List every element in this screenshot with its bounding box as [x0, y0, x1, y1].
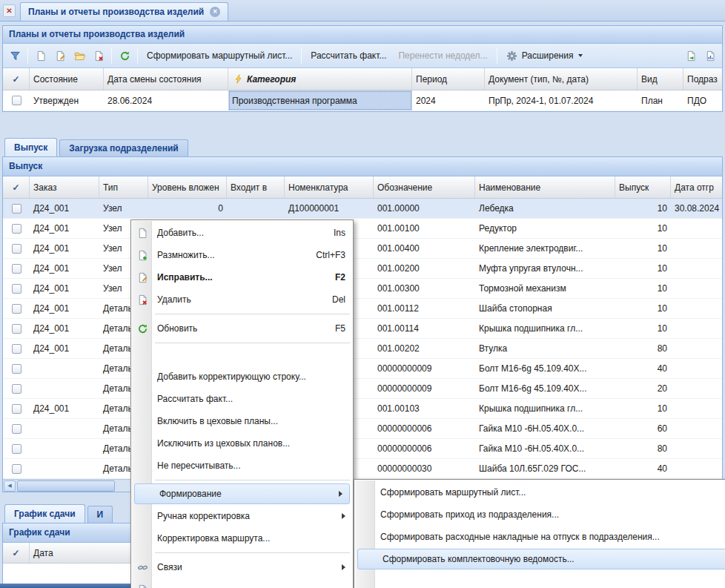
row-checkbox[interactable] [12, 204, 21, 214]
row-checkbox[interactable] [12, 364, 21, 374]
tab-second-bottom[interactable]: И [87, 506, 113, 523]
row-checkbox[interactable] [12, 304, 21, 314]
column-header[interactable]: Уровень вложен [148, 176, 227, 198]
filter-button[interactable] [6, 47, 24, 65]
column-header[interactable]: Дата [30, 543, 133, 563]
table-row[interactable]: Деталь00000000009Болт М16-6g 45.109.40Х.… [3, 359, 722, 379]
select-all-header[interactable]: ✓ [3, 68, 30, 90]
add-menu-item[interactable]: Добавить...Ins [132, 222, 352, 244]
include-shop-plans-menu-item[interactable]: Включить в цеховые планы... [132, 410, 352, 432]
formation-menu-item[interactable]: Формирование [134, 483, 350, 504]
calculate-fact-button[interactable]: Рассчитать факт... [305, 47, 391, 65]
refresh-menu-item[interactable]: ОбновитьF5 [132, 317, 352, 340]
row-checkbox[interactable] [12, 344, 21, 354]
delete-menu-item[interactable]: УдалитьDel [132, 288, 352, 311]
table-row[interactable]: Деталь00000000006Гайка М10 -6Н.05.40Х.0.… [3, 419, 722, 439]
extensions-button[interactable]: Расширения [501, 47, 589, 65]
table-row[interactable]: Д24_001Узел001.00400Крепление электродви… [3, 239, 722, 259]
table-row[interactable]: Деталь00000000009Болт М16-6g 45.109.40Х.… [3, 379, 722, 399]
column-header[interactable]: Подраз [683, 68, 723, 90]
row-checkbox[interactable] [12, 284, 21, 294]
partial-menu-item[interactable] [132, 578, 352, 588]
row-checkbox[interactable] [12, 424, 21, 434]
table-row[interactable]: Д24_001Деталь001.00103Крышка подшипника … [3, 399, 722, 419]
table-row[interactable]: Д24_001Узел001.00200Муфта упругая втулоч… [3, 259, 722, 279]
column-header[interactable]: Категория [228, 68, 412, 90]
route-correction-menu-item[interactable]: Корректировка маршрута... [132, 527, 352, 549]
column-header[interactable]: Тип [99, 176, 148, 198]
add-button[interactable] [32, 47, 50, 65]
links-menu-item[interactable]: Связи [132, 556, 352, 578]
column-header[interactable]: Документ (тип, №, дата) [485, 68, 638, 90]
manual-correction-menu-item[interactable]: Ручная корректировка [132, 505, 352, 527]
scroll-left-icon[interactable]: ◀ [4, 480, 16, 492]
export-button[interactable] [682, 47, 700, 65]
refresh-button[interactable] [116, 47, 133, 65]
column-header[interactable]: Номенклатура [285, 176, 374, 198]
row-checkbox[interactable] [12, 444, 21, 454]
grid-cell [671, 279, 723, 298]
exclude-shop-plans-menu-item[interactable]: Исключить из цеховых планов... [132, 432, 352, 455]
select-all-header[interactable]: ✓ [3, 543, 30, 563]
grid-cell: 10 [615, 299, 671, 318]
row-checkbox[interactable] [12, 464, 21, 474]
tab-output[interactable]: Выпуск [4, 138, 57, 156]
table-row[interactable]: Д24_001Узел0Д100000001001.00000Лебедка10… [3, 199, 722, 219]
row-checkbox[interactable] [12, 96, 21, 105]
tab-close-icon[interactable]: ✕ [210, 7, 220, 17]
toolbar-separator [301, 48, 302, 64]
add-correction-row-menu-item[interactable]: Добавить корректирующую строку... [132, 366, 352, 388]
scrollbar-thumb[interactable] [17, 480, 115, 492]
report-button[interactable] [701, 47, 719, 65]
table-row[interactable]: Д24_001Узел001.00300Тормозной механизм10 [3, 279, 722, 299]
no-recalculate-menu-item[interactable]: Не пересчитывать... [132, 455, 352, 477]
edit-button[interactable] [51, 47, 69, 65]
table-row[interactable]: Д24_001Узел001.00100Редуктор10 [3, 219, 722, 239]
row-checkbox[interactable] [12, 404, 21, 414]
generate-picking-list-item[interactable]: Сформировать комплектовочную ведомость..… [357, 549, 725, 569]
tab-delivery-schedule[interactable]: График сдачи [4, 504, 85, 523]
toolbar-separator [27, 48, 28, 64]
calculate-fact-menu-item[interactable]: Рассчитать факт... [132, 388, 352, 410]
column-header[interactable]: Состояние [30, 68, 104, 90]
generate-route-list-button[interactable]: Сформировать маршрутный лист... [142, 47, 297, 65]
table-row[interactable]: Деталь00000000006Гайка М10 -6Н.05.40Х.0.… [3, 439, 722, 459]
generate-receipt-item[interactable]: Сформировать приход из подразделения... [355, 503, 725, 526]
column-header[interactable]: Период [412, 68, 485, 90]
grid-cell: Производственная программа [228, 90, 412, 110]
column-header[interactable]: Обозначение [374, 176, 475, 198]
generate-route-list-item[interactable]: Сформировать маршрутный лист... [355, 481, 725, 503]
row-checkbox[interactable] [12, 224, 21, 234]
column-header[interactable]: Выпуск [615, 176, 671, 198]
open-folder-button[interactable] [70, 47, 88, 65]
row-checkbox[interactable] [12, 324, 21, 334]
select-all-header[interactable]: ✓ [3, 176, 30, 198]
column-header[interactable]: Заказ [30, 176, 99, 198]
row-checkbox[interactable] [12, 244, 21, 254]
table-row[interactable]: Д24_001Деталь001.00112Шайба стопорная10 [3, 299, 722, 319]
table-row[interactable]: Деталь00000000030Шайба 10Л.65Г.029 ГОС..… [3, 459, 722, 479]
delete-button[interactable] [90, 47, 107, 65]
menu-item-label: Формирование [159, 489, 333, 499]
column-header[interactable]: Дата смены состояния [104, 68, 228, 90]
grid-cell: Д24_001 [30, 199, 99, 218]
column-header[interactable]: Наименование [475, 176, 615, 198]
tab-department-load[interactable]: Загрузка подразделений [59, 139, 188, 156]
table-row[interactable]: Д24_001Деталь001.00114Крышка подшипника … [3, 319, 722, 339]
grid-cell: Гайка М10 -6Н.05.40Х.0... [475, 419, 615, 438]
row-checkbox[interactable] [12, 384, 21, 394]
table-row[interactable]: Д24_001Деталь001.00202Втулка80 [3, 339, 722, 359]
edit-menu-item[interactable]: Исправить...F2 [132, 266, 352, 288]
row-checkbox[interactable] [12, 264, 21, 274]
table-row[interactable]: Утвержден28.06.2024Производственная прог… [3, 90, 722, 111]
grid-cell: 10 [615, 199, 671, 218]
generate-expense-invoices-item[interactable]: Сформировать расходные накладные на отпу… [355, 526, 725, 548]
column-header[interactable]: Дата отгр [671, 176, 723, 198]
column-header[interactable]: Входит в [227, 176, 285, 198]
tab-plans-and-reports[interactable]: Планы и отчеты производства изделий ✕ [20, 2, 228, 21]
close-tab-icon[interactable]: ✕ [3, 4, 16, 17]
duplicate-menu-item[interactable]: Размножить...Ctrl+F3 [132, 244, 352, 266]
context-menu: Добавить...InsРазмножить...Ctrl+F3Исправ… [130, 219, 354, 588]
menu-separator [155, 480, 350, 480]
column-header[interactable]: Вид [638, 68, 683, 90]
